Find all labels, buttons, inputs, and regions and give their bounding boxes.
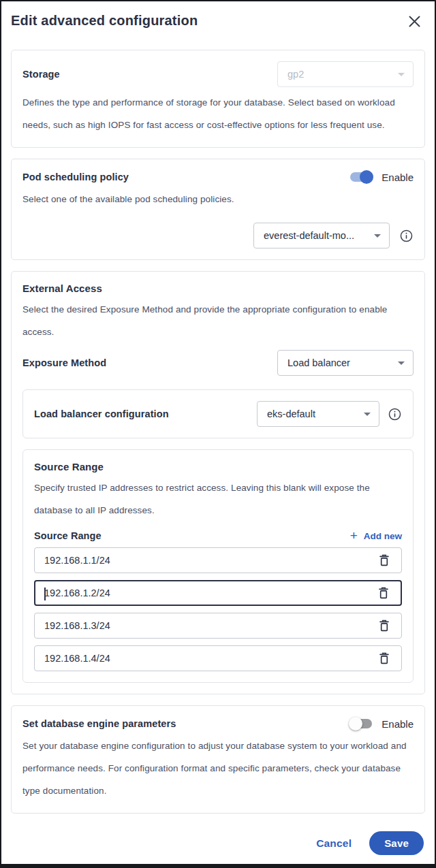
pod-scheduling-section: Pod scheduling policy Enable Select one … xyxy=(11,159,425,260)
source-range-title: Source Range xyxy=(34,461,402,472)
trash-icon xyxy=(377,618,392,633)
source-range-field xyxy=(34,580,402,606)
exposure-method-select[interactable]: Load balancer xyxy=(277,350,414,376)
pod-scheduling-toggle-label: Enable xyxy=(382,172,414,183)
delete-source-range-button[interactable] xyxy=(373,614,396,637)
chevron-down-icon xyxy=(398,361,405,365)
source-range-card: Source Range Specify trusted IP addresse… xyxy=(22,449,414,683)
source-range-list-label: Source Range xyxy=(34,530,102,541)
modal-header: Edit advanced configuration xyxy=(1,1,435,31)
pod-policy-select-value: everest-default-mo... xyxy=(264,230,354,241)
source-range-input[interactable] xyxy=(35,581,372,605)
storage-label: Storage xyxy=(22,69,60,80)
exposure-method-label: Exposure Method xyxy=(22,357,106,368)
pod-scheduling-description: Select one of the available pod scheduli… xyxy=(22,188,414,210)
source-range-description: Specify trusted IP addresses to restrict… xyxy=(34,477,402,521)
pod-scheduling-toggle[interactable] xyxy=(349,170,373,184)
chevron-down-icon xyxy=(398,73,405,76)
source-range-field xyxy=(34,645,402,671)
close-icon xyxy=(408,15,421,28)
source-range-input[interactable] xyxy=(35,646,373,671)
save-button[interactable]: Save xyxy=(369,831,424,855)
source-range-input[interactable] xyxy=(35,548,373,573)
pod-policy-select[interactable]: everest-default-mo... xyxy=(253,223,390,248)
plus-icon: + xyxy=(350,529,358,542)
external-access-description: Select the desired Exposure Method and p… xyxy=(22,298,414,343)
load-balancer-config-label: Load balancer configuration xyxy=(34,408,169,419)
trash-icon xyxy=(376,585,391,600)
load-balancer-config-select[interactable]: eks-default xyxy=(257,401,379,427)
modal-title: Edit advanced configuration xyxy=(11,13,198,29)
info-icon xyxy=(388,407,402,421)
external-access-title: External Access xyxy=(22,283,414,294)
external-access-section: External Access Select the desired Expos… xyxy=(11,271,425,694)
storage-select: gp2 xyxy=(277,61,414,87)
toggle-thumb xyxy=(360,170,373,184)
add-new-button[interactable]: + Add new xyxy=(350,530,402,542)
source-range-input[interactable] xyxy=(35,613,373,638)
engine-parameters-toggle-label: Enable xyxy=(382,718,414,730)
load-balancer-info-button[interactable] xyxy=(388,407,402,421)
storage-select-value: gp2 xyxy=(287,69,304,80)
storage-section: Storage gp2 Defines the type and perform… xyxy=(11,50,425,148)
add-new-label: Add new xyxy=(364,531,402,541)
trash-icon xyxy=(377,553,392,568)
delete-source-range-button[interactable] xyxy=(373,647,396,670)
exposure-method-select-value: Load balancer xyxy=(287,357,350,368)
info-icon xyxy=(399,229,414,243)
pod-policy-info-button[interactable] xyxy=(399,229,414,243)
text-caret xyxy=(44,588,46,600)
source-range-field xyxy=(34,613,402,639)
close-button[interactable] xyxy=(405,12,424,31)
engine-parameters-description: Set your database engine configuration t… xyxy=(22,735,414,802)
engine-parameters-toggle[interactable] xyxy=(349,717,373,730)
cancel-button[interactable]: Cancel xyxy=(316,837,352,850)
chevron-down-icon xyxy=(364,413,371,416)
storage-description: Defines the type and performance of stor… xyxy=(22,91,414,136)
engine-parameters-section: Set database engine parameters Enable Se… xyxy=(11,705,425,814)
source-range-field xyxy=(34,547,402,573)
chevron-down-icon xyxy=(374,234,381,238)
source-range-list xyxy=(34,547,402,671)
delete-source-range-button[interactable] xyxy=(372,581,395,605)
modal-footer: Cancel Save xyxy=(1,814,435,855)
load-balancer-config-select-value: eks-default xyxy=(267,408,315,419)
load-balancer-config-card: Load balancer configuration eks-default xyxy=(22,389,414,438)
trash-icon xyxy=(377,651,392,666)
pod-scheduling-label: Pod scheduling policy xyxy=(22,172,129,182)
delete-source-range-button[interactable] xyxy=(373,549,396,572)
engine-parameters-label: Set database engine parameters xyxy=(22,718,176,729)
toggle-thumb xyxy=(349,717,362,730)
